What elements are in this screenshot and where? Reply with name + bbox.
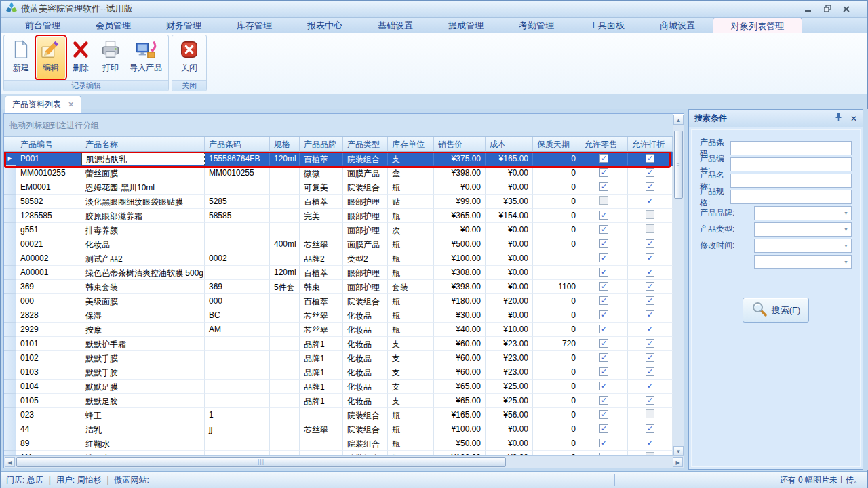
- search-button[interactable]: 搜索(F): [743, 298, 809, 323]
- ribbon-tab-商城设置[interactable]: 商城设置: [642, 18, 713, 33]
- column-header-允许打折[interactable]: 允许打折: [628, 137, 673, 152]
- column-header-产品品牌[interactable]: 产品品牌: [300, 137, 343, 152]
- search-dropdown-产品品牌[interactable]: ▼: [754, 206, 852, 220]
- column-header-保质天期[interactable]: 保质天期: [533, 137, 580, 152]
- column-header-产品名称[interactable]: 产品名称: [81, 137, 205, 152]
- discount-checkbox-checked[interactable]: ✓: [646, 382, 654, 390]
- table-row-023[interactable]: 023蜂王1院装组合瓶¥165.00¥56.000✓: [4, 408, 673, 422]
- horizontal-scroll-thumb[interactable]: |||: [16, 457, 506, 467]
- table-row-1285585[interactable]: 1285585胶原眼部滋养霜58585完美眼部护理瓶¥365.00¥154.00…: [4, 209, 673, 223]
- retail-checkbox-checked[interactable]: ✓: [599, 339, 608, 348]
- discount-checkbox-checked[interactable]: ✓: [646, 353, 654, 362]
- retail-checkbox-checked[interactable]: ✓: [599, 296, 608, 305]
- status-website[interactable]: 傲蓝网站:: [115, 474, 149, 486]
- column-header-产品编号[interactable]: 产品编号: [16, 137, 81, 152]
- ribbon-tab-工具面板[interactable]: 工具面板: [572, 18, 642, 33]
- retail-checkbox-checked[interactable]: ✓: [599, 439, 608, 447]
- toolbar-button-删除[interactable]: 删除: [66, 37, 95, 79]
- vertical-scrollbar[interactable]: ▲ ≡ ▼: [673, 115, 684, 456]
- search-input-产品编号[interactable]: [730, 157, 852, 171]
- discount-checkbox-unchecked[interactable]: [646, 224, 654, 233]
- pin-icon[interactable]: [835, 113, 842, 125]
- table-row-0102[interactable]: 0102默默手膜品牌1化妆品支¥60.00¥23.000✓✓: [4, 351, 673, 365]
- ribbon-tab-库存管理[interactable]: 库存管理: [219, 18, 290, 33]
- retail-checkbox-checked[interactable]: ✓: [599, 253, 608, 262]
- toolbar-button-关闭[interactable]: 关闭: [175, 37, 203, 79]
- column-header-允许零售[interactable]: 允许零售: [580, 137, 628, 152]
- discount-checkbox-checked[interactable]: ✓: [646, 239, 654, 248]
- table-row-00021[interactable]: 00021化妆品400ml芯丝翠面膜产品瓶¥500.00¥0.000✓✓: [4, 237, 673, 251]
- ribbon-tab-会员管理[interactable]: 会员管理: [78, 18, 149, 33]
- toolbar-button-导入产品[interactable]: 导入产品: [126, 37, 165, 79]
- retail-checkbox-checked[interactable]: ✓: [599, 310, 608, 319]
- discount-checkbox-checked[interactable]: ✓: [646, 367, 654, 376]
- scroll-up-arrow-icon[interactable]: ▲: [673, 115, 684, 125]
- ribbon-tab-考勤管理[interactable]: 考勤管理: [501, 18, 572, 33]
- close-button[interactable]: [842, 5, 851, 13]
- scroll-left-arrow-icon[interactable]: ◀: [5, 457, 15, 467]
- table-row-MM0010255[interactable]: MM0010255蕾丝面膜MM0010255微微面膜产品盒¥398.00¥0.0…: [4, 166, 673, 180]
- table-row-89[interactable]: 89红鞠水院装组合瓶¥50.00¥0.000✓✓: [4, 436, 673, 451]
- discount-checkbox-checked[interactable]: ✓: [646, 296, 654, 305]
- horizontal-scrollbar[interactable]: ◀ ||| ▶: [4, 455, 684, 468]
- toolbar-button-新建[interactable]: 新建: [7, 37, 35, 79]
- retail-checkbox-checked[interactable]: ✓: [599, 367, 608, 376]
- tab-product-list[interactable]: 产品资料列表 ✕: [5, 96, 81, 113]
- table-row-A00001[interactable]: A00001绿色芭蒂茶树清爽控油软膜 500g120ml百植萃眼部护理瓶¥308…: [4, 266, 673, 280]
- table-row-0105[interactable]: 0105默默足胶品牌1化妆品支¥65.00¥25.000✓✓: [4, 394, 673, 408]
- table-row-2828[interactable]: 2828保湿BC芯丝翠化妆品瓶¥30.00¥0.000✓✓: [4, 308, 673, 323]
- vertical-scroll-thumb[interactable]: ≡: [674, 131, 683, 199]
- ribbon-tab-前台管理[interactable]: 前台管理: [7, 18, 78, 33]
- column-header-库存单位[interactable]: 库存单位: [388, 137, 434, 152]
- column-header-产品类型[interactable]: 产品类型: [343, 137, 388, 152]
- discount-checkbox-checked[interactable]: ✓: [646, 168, 654, 177]
- discount-checkbox-checked[interactable]: ✓: [646, 197, 654, 205]
- search-input-产品条码[interactable]: [730, 141, 852, 155]
- table-row-000[interactable]: 000美级面膜000百植萃院装组合瓶¥180.00¥20.000✓✓: [4, 294, 673, 308]
- table-row-EM0001[interactable]: EM0001恩姆花园-黑川10ml可复美院装组合瓶¥0.00¥0.000✓✓: [4, 180, 673, 195]
- minimize-button[interactable]: [804, 5, 813, 13]
- group-by-hint[interactable]: 拖动列标题到这进行分组: [4, 114, 673, 137]
- table-row-P001[interactable]: ▶P001肌源洁肤乳155586764FB120ml百植萃院装组合支¥375.0…: [4, 152, 673, 166]
- ribbon-tab-报表中心[interactable]: 报表中心: [290, 18, 360, 33]
- ribbon-tab-基础设置[interactable]: 基础设置: [360, 18, 431, 33]
- column-header-产品条码[interactable]: 产品条码: [205, 137, 270, 152]
- discount-checkbox-checked[interactable]: ✓: [646, 424, 654, 433]
- table-row-44[interactable]: 44洁乳jj芯丝翠院装组合瓶¥100.00¥0.000✓✓: [4, 422, 673, 436]
- retail-checkbox-checked[interactable]: ✓: [599, 268, 608, 277]
- search-dropdown-修改时间[interactable]: ▼: [754, 239, 852, 253]
- discount-checkbox-unchecked[interactable]: [646, 409, 654, 418]
- restore-button[interactable]: [823, 5, 832, 13]
- discount-checkbox-checked[interactable]: ✓: [646, 154, 654, 163]
- column-header-规格[interactable]: 规格: [270, 137, 300, 152]
- scroll-down-arrow-icon[interactable]: ▼: [673, 446, 684, 456]
- column-header-成本[interactable]: 成本: [486, 137, 533, 152]
- discount-checkbox-checked[interactable]: ✓: [646, 396, 654, 405]
- retail-checkbox-checked[interactable]: ✓: [599, 182, 608, 191]
- scroll-right-arrow-icon[interactable]: ▶: [673, 457, 683, 467]
- ribbon-tab-提成管理[interactable]: 提成管理: [431, 18, 501, 33]
- discount-checkbox-checked[interactable]: ✓: [646, 439, 654, 447]
- retail-checkbox-checked[interactable]: ✓: [599, 382, 608, 390]
- table-row-0104[interactable]: 0104默默足膜品牌1化妆品支¥65.00¥25.000✓✓: [4, 380, 673, 394]
- table-row-369[interactable]: 369韩束套装3695件套韩束面部护理套装¥398.00¥0.001100✓✓: [4, 280, 673, 294]
- retail-checkbox-checked[interactable]: ✓: [599, 353, 608, 362]
- table-row-A00002[interactable]: A00002测试产品20002品牌2类型2瓶¥100.00¥0.00✓✓: [4, 251, 673, 266]
- retail-checkbox-checked[interactable]: ✓: [599, 424, 608, 433]
- search-input-产品名称[interactable]: [730, 174, 852, 188]
- search-dropdown-blank[interactable]: ▼: [754, 255, 852, 269]
- table-row-g551[interactable]: g551排毒养颜面部护理次¥0.00¥0.000✓: [4, 223, 673, 237]
- discount-checkbox-unchecked[interactable]: [646, 210, 654, 219]
- discount-checkbox-checked[interactable]: ✓: [646, 182, 654, 191]
- table-row-2929[interactable]: 2929按摩AM芯丝翠化妆品瓶¥40.00¥10.000✓✓: [4, 323, 673, 337]
- retail-checkbox-checked[interactable]: ✓: [599, 396, 608, 405]
- retail-checkbox-checked[interactable]: ✓: [599, 154, 608, 163]
- ribbon-tab-财务管理[interactable]: 财务管理: [149, 18, 219, 33]
- retail-checkbox-unchecked[interactable]: [599, 196, 608, 205]
- search-input-产品规格[interactable]: [730, 190, 852, 204]
- retail-checkbox-checked[interactable]: ✓: [599, 168, 608, 177]
- discount-checkbox-checked[interactable]: ✓: [646, 282, 654, 291]
- toolbar-button-编辑[interactable]: 编辑: [37, 37, 65, 79]
- retail-checkbox-checked[interactable]: ✓: [599, 225, 608, 234]
- column-header-销售价[interactable]: 销售价: [434, 137, 486, 152]
